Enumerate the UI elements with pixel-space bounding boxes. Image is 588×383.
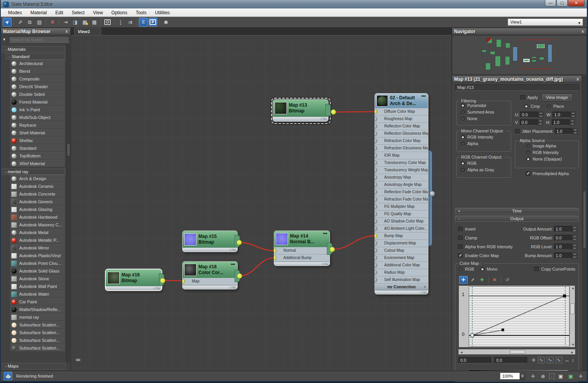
render-status-button[interactable]: [4, 372, 12, 380]
radio-colormap-mono[interactable]: [480, 267, 485, 271]
radio-alpha-as-gray[interactable]: Alpha as Gray: [461, 167, 511, 172]
material-list-item[interactable]: DirectX Shader: [10, 83, 65, 90]
copy-curvepoints-checkbox[interactable]: [534, 267, 539, 271]
arch-input-slot[interactable]: Anisotropy Map: [375, 174, 428, 181]
render-preview-button[interactable]: [162, 18, 170, 27]
reset-curves-button[interactable]: [503, 276, 511, 284]
zoom-level-dropdown[interactable]: 100% ▼: [500, 373, 520, 380]
navigator-close-icon[interactable]: x: [581, 29, 585, 33]
material-list-item[interactable]: Car Paint: [10, 298, 65, 306]
delete-selected-button[interactable]: [48, 18, 57, 27]
filter-funnel-icon[interactable]: ▼: [2, 37, 8, 42]
arch-input-slot[interactable]: Environment Map: [375, 254, 428, 262]
material-list-item[interactable]: Autodesk Wall Paint: [10, 283, 65, 290]
hide-unused-nodeslots-button[interactable]: [126, 18, 135, 27]
output-rollout[interactable]: - Output: [455, 216, 579, 222]
zoom-extents-h-icon[interactable]: ∿: [547, 357, 553, 363]
map15-output-socket[interactable]: [237, 240, 242, 245]
zoom-vertical-icon[interactable]: ↕: [572, 357, 575, 363]
arch-input-slot[interactable]: FG Quality Map: [375, 211, 428, 218]
assign-material-button[interactable]: [71, 18, 80, 27]
curve-x-field[interactable]: 0.0: [458, 357, 491, 363]
material-list-item[interactable]: Shellac: [10, 137, 65, 144]
layout-all-vertical-button[interactable]: [116, 18, 125, 27]
radio-icon[interactable]: [526, 157, 530, 161]
material-list-item[interactable]: Composite: [10, 75, 65, 83]
group-maps[interactable]: - Maps: [2, 363, 65, 370]
map14-normal-slot[interactable]: Normal: [274, 247, 330, 254]
browser-scrollbar-thumb[interactable]: [67, 143, 70, 156]
arch-input-slot[interactable]: Diffuse Color Map: [375, 108, 428, 115]
search-input[interactable]: [9, 36, 69, 43]
close-button[interactable]: ✕: [568, 0, 585, 7]
map16b-footer[interactable]: [106, 286, 162, 290]
slot-socket[interactable]: [375, 204, 377, 209]
material-list-item[interactable]: XRef Material: [10, 160, 65, 167]
slot-socket[interactable]: [375, 270, 377, 275]
view-image-button[interactable]: View Image: [542, 94, 572, 101]
slot-socket[interactable]: [375, 197, 377, 202]
slot-socket[interactable]: [375, 219, 377, 224]
zoom-tool-icon[interactable]: ⊕: [539, 372, 547, 380]
slot-socket[interactable]: [183, 279, 185, 284]
arch-input-slot[interactable]: Roughness Map: [375, 115, 428, 123]
menu-item[interactable]: Utilities: [151, 8, 174, 17]
material-id-channel-button[interactable]: [103, 18, 112, 27]
arch-input-slot[interactable]: Anisotropy Angle Map: [375, 181, 428, 189]
menu-item[interactable]: Tools: [132, 8, 151, 17]
material-list-item[interactable]: Blend: [10, 67, 65, 75]
h-spinner[interactable]: 1.0▲▼: [552, 119, 575, 125]
rgb-level-spinner[interactable]: 1.0▲▼: [554, 244, 577, 250]
material-list-item[interactable]: Raytrace: [10, 121, 65, 129]
title-bar[interactable]: Slate Material Editor — ▢ ✕: [1, 0, 587, 8]
params-scrollbar[interactable]: [582, 75, 587, 371]
material-list-item[interactable]: Matte/Shadow/Refle...: [10, 306, 65, 313]
resize-handle-icon[interactable]: [321, 263, 328, 265]
slot-socket[interactable]: [375, 124, 377, 129]
material-list-item[interactable]: Autodesk Metal: [10, 229, 65, 236]
arch-input-slot[interactable]: IOR Map: [375, 152, 428, 159]
resize-handle-icon[interactable]: [420, 291, 427, 294]
menu-item[interactable]: View: [89, 8, 107, 17]
show-shaded-map-button[interactable]: [80, 18, 89, 27]
params-close-icon[interactable]: x: [576, 77, 580, 81]
slot-socket[interactable]: [375, 226, 377, 231]
node-map14[interactable]: Map #14 Normal B... Normal Additional Bu…: [274, 231, 330, 266]
material-list-item[interactable]: Subsurface Scatteri...: [10, 321, 65, 329]
slot-socket[interactable]: [375, 277, 377, 283]
slot-socket[interactable]: [375, 255, 377, 261]
put-to-scene-button[interactable]: [35, 18, 44, 27]
slot-socket[interactable]: [375, 182, 377, 187]
pick-from-object-button[interactable]: [25, 18, 34, 27]
slot-socket[interactable]: [375, 153, 377, 158]
collapse-icon[interactable]: [231, 264, 235, 265]
material-list-item[interactable]: Standard: [10, 144, 65, 152]
material-list-item[interactable]: Autodesk Metallic P...: [10, 236, 65, 244]
bump-amount-spinner[interactable]: 1.0▲▼: [554, 253, 577, 259]
binoculars-icon[interactable]: ∞: [76, 356, 80, 364]
material-list-item[interactable]: Architectural: [10, 60, 65, 67]
clamp-checkbox[interactable]: [458, 236, 463, 240]
zoom-horizontal-icon[interactable]: ↔: [565, 357, 570, 363]
radio-icon[interactable]: [461, 161, 465, 166]
slot-socket[interactable]: [274, 248, 277, 253]
slot-socket[interactable]: [375, 160, 377, 166]
arch-input-slot[interactable]: Reflection Fade Color Map: [375, 189, 428, 196]
u-spinner[interactable]: 0.0▲▼: [520, 112, 543, 118]
arch-input-slot[interactable]: AO Shadow Color Map: [375, 218, 428, 225]
move-children-button[interactable]: [61, 18, 70, 27]
v-spinner[interactable]: 0.0▲▼: [520, 119, 543, 125]
material-list-item[interactable]: Autodesk Stone: [10, 275, 65, 283]
material-list-item[interactable]: Autodesk Masonry C...: [10, 221, 65, 229]
curve-vertical-scrollbar[interactable]: ▲ ▼: [570, 286, 575, 347]
material-list-item[interactable]: Top/Bottom: [10, 152, 65, 160]
radio-rgb[interactable]: RGB: [461, 161, 511, 166]
map16c-map-slot[interactable]: Map: [183, 278, 237, 285]
map14-additional-bump-slot[interactable]: Additional Bump: [274, 254, 330, 262]
enable-color-map-checkbox[interactable]: [458, 253, 463, 258]
group-standard[interactable]: - Standard: [6, 54, 65, 60]
material-list-item[interactable]: Subsurface Scatteri...: [10, 344, 65, 352]
curve-y-field[interactable]: 0.0: [494, 357, 527, 363]
map16b-output-socket[interactable]: [160, 278, 165, 283]
tab-view1[interactable]: View1: [74, 28, 101, 35]
